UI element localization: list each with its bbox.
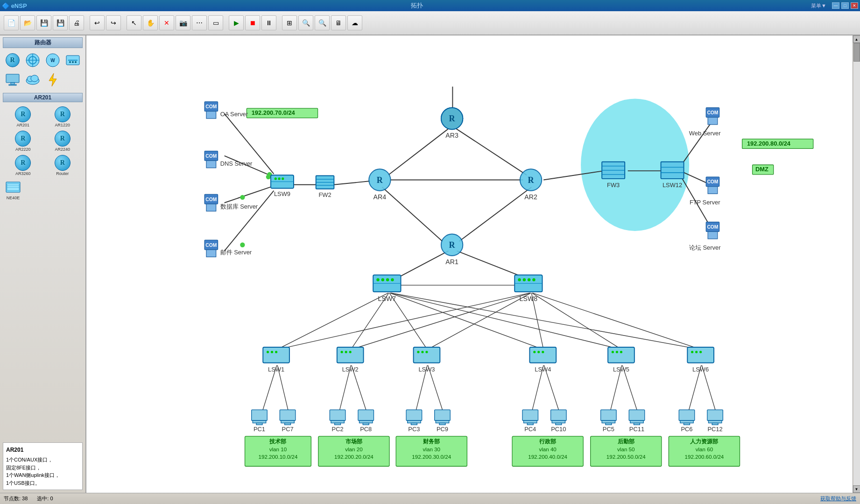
rect-button[interactable]: ▭ [208, 15, 223, 30]
pc8[interactable]: PC8 [358, 410, 374, 433]
scroll-track[interactable] [853, 43, 860, 485]
stop-all-button[interactable]: ⏹ [245, 15, 260, 30]
pc1[interactable]: PC1 [252, 410, 268, 433]
ftp-server[interactable]: COM FTP Server [690, 177, 720, 206]
lsw7[interactable]: LSW7 [373, 275, 401, 302]
lsw4[interactable]: LSW4 [529, 347, 556, 373]
undo-button[interactable]: ↩ [90, 15, 105, 30]
ar1-label: AR1 [445, 258, 458, 266]
mail-server[interactable]: COM 邮件 Server [204, 240, 252, 257]
new-button[interactable]: 📄 [4, 15, 19, 30]
device-item-ar3260[interactable]: R AR3260 [4, 154, 42, 177]
svg-rect-124 [552, 420, 565, 423]
cursor-button[interactable]: ↖ [127, 15, 141, 30]
device-item-router1[interactable]: R [3, 51, 22, 70]
ar1[interactable]: R AR1 [441, 234, 463, 266]
ar2220-icon: R [14, 130, 31, 147]
fw2[interactable]: FW2 [316, 175, 334, 198]
right-scrollbar[interactable]: ▲ ▼ [853, 35, 860, 493]
vlan-market-ip: 192.200.20.0/24 [334, 454, 374, 460]
pc6[interactable]: PC6 [679, 410, 695, 433]
terminal-button[interactable]: 🖥 [331, 15, 346, 30]
device-item-lightning[interactable] [43, 70, 63, 89]
pc5[interactable]: PC5 [601, 410, 617, 433]
svg-point-43 [275, 177, 277, 180]
db-server[interactable]: COM 数据库 Server [204, 194, 258, 211]
pc3[interactable]: PC3 [406, 410, 422, 433]
menu-button[interactable]: 菜单▼ [807, 2, 830, 9]
cloud-button[interactable]: ☁ [347, 15, 362, 30]
zoom-area-button[interactable]: 🔍 [298, 15, 313, 30]
scroll-down-button[interactable]: ▼ [853, 485, 860, 493]
device-item-router[interactable]: R Router [43, 154, 82, 177]
help-button[interactable]: 获取帮助与反馈 [820, 495, 856, 502]
open-button[interactable]: 📂 [20, 15, 35, 30]
device-item-ne40e[interactable]: NE40E [4, 178, 22, 201]
svg-text:COM: COM [205, 154, 217, 159]
canvas-area[interactable]: 192.200.70.0/24 192.200.80.0/24 DMZ COM … [86, 35, 853, 493]
router-section-title: 路由器 [3, 37, 83, 48]
ar2220-label: AR2220 [15, 147, 31, 152]
web-server[interactable]: COM Web Server [689, 108, 721, 137]
minimize-button[interactable]: — [832, 2, 839, 9]
device-item-ar2220[interactable]: R AR2220 [4, 129, 42, 153]
zoom-out-button[interactable]: 🔍 [315, 15, 330, 30]
lsw1[interactable]: LSW1 [263, 347, 289, 373]
delete-button[interactable]: ✕ [159, 15, 174, 30]
lsw3[interactable]: LSW3 [414, 347, 440, 373]
svg-point-81 [275, 351, 277, 353]
pc4-label: PC4 [524, 426, 536, 433]
ar3260-icon: R [14, 154, 31, 171]
device-item-router3[interactable]: W [43, 51, 63, 70]
zoom-fit-button[interactable]: ⊞ [282, 15, 297, 30]
device-item-pc[interactable] [3, 70, 22, 89]
redo-button[interactable]: ↪ [106, 15, 121, 30]
pc7[interactable]: PC7 [280, 410, 296, 433]
svg-text:COM: COM [707, 110, 718, 115]
pc12[interactable]: PC12 [707, 410, 723, 433]
lsw2[interactable]: LSW2 [337, 347, 364, 373]
svg-rect-28 [206, 204, 216, 211]
hand-button[interactable]: ✋ [143, 15, 158, 30]
svg-rect-90 [529, 347, 556, 363]
dns-server[interactable]: COM DNS Server [204, 151, 253, 168]
more-button[interactable]: ⋯ [192, 15, 207, 30]
svg-text:W: W [50, 58, 55, 63]
lsw6[interactable]: LSW6 [687, 347, 714, 373]
pc9[interactable]: PC9 [435, 410, 451, 433]
save-as-button[interactable]: 💾 [53, 15, 68, 30]
scroll-up-button[interactable]: ▲ [853, 35, 860, 43]
restore-button[interactable]: □ [841, 2, 849, 9]
close-button[interactable]: ✕ [851, 2, 858, 9]
svg-rect-113 [363, 423, 369, 425]
ar2[interactable]: R AR2 [520, 169, 542, 200]
ar4[interactable]: R AR4 [369, 169, 390, 200]
pause-all-button[interactable]: ⏸ [261, 15, 276, 30]
device-item-ar201[interactable]: R AR201 [4, 105, 42, 128]
save-button[interactable]: 💾 [36, 15, 51, 30]
lsw12[interactable]: LSW12 [661, 162, 684, 189]
oa-server[interactable]: COM OA Server [204, 102, 248, 119]
ar3[interactable]: R AR3 [441, 108, 463, 139]
pc11[interactable]: PC11 [629, 410, 645, 433]
pc2[interactable]: PC2 [330, 410, 345, 433]
svg-text:R: R [528, 175, 535, 185]
device-item-ar1220[interactable]: R AR1220 [43, 105, 82, 128]
lsw8[interactable]: LSW8 [515, 275, 542, 302]
pc10[interactable]: PC10 [551, 410, 567, 433]
svg-rect-131 [634, 423, 640, 425]
start-all-button[interactable]: ▶ [229, 15, 244, 30]
capture-button[interactable]: 📷 [176, 15, 190, 30]
svg-point-92 [537, 351, 540, 353]
device-item-router4[interactable] [63, 51, 83, 70]
scroll-thumb[interactable] [853, 43, 860, 62]
forum-server[interactable]: COM 论坛 Server [689, 222, 721, 251]
lsw9[interactable]: LSW9 [271, 175, 294, 197]
device-item-router2[interactable] [23, 51, 42, 70]
print-button[interactable]: 🖨 [69, 15, 84, 30]
pc4[interactable]: PC4 [522, 410, 538, 433]
device-item-ar2240[interactable]: R AR2240 [43, 129, 82, 153]
svg-rect-129 [629, 410, 645, 420]
lsw5[interactable]: LSW5 [608, 347, 634, 373]
device-item-cloud[interactable] [23, 70, 42, 89]
